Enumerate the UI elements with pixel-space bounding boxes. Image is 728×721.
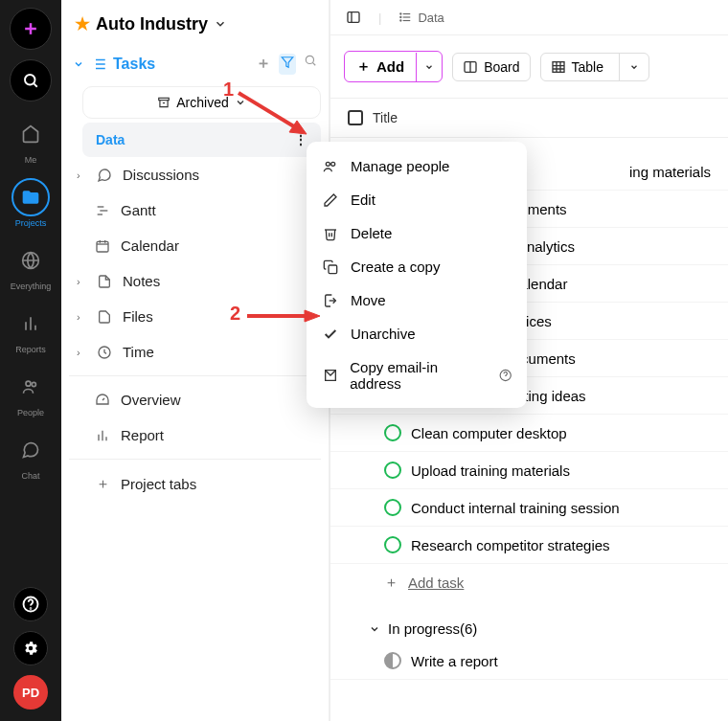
divider — [69, 375, 321, 376]
task-row[interactable]: Write a report — [330, 642, 728, 680]
chevron-right-icon: › — [77, 169, 86, 181]
title-column[interactable]: Title — [373, 110, 398, 125]
svg-marker-18 — [282, 57, 293, 68]
nav-report[interactable]: Report — [69, 417, 321, 453]
nav-calendar[interactable]: Calendar — [69, 228, 321, 263]
task-status-circle[interactable] — [384, 536, 401, 553]
svg-point-40 — [400, 13, 401, 14]
clock-icon — [96, 345, 113, 360]
divider — [69, 459, 321, 460]
bars-icon — [94, 428, 111, 443]
people-icon — [322, 159, 339, 174]
add-button[interactable]: ＋Add — [344, 51, 443, 82]
nav-overview[interactable]: Overview — [69, 382, 321, 417]
table-dropdown[interactable] — [619, 54, 648, 80]
group-in-progress[interactable]: In progress(6) — [330, 601, 728, 642]
menu-create-copy[interactable]: Create a copy — [307, 250, 527, 283]
chevron-right-icon: › — [77, 276, 86, 287]
copy-icon — [322, 259, 339, 275]
table-header: Title — [330, 99, 728, 138]
menu-unarchive[interactable]: Unarchive — [307, 317, 527, 350]
nav-files[interactable]: › Files — [69, 299, 321, 334]
task-status-circle[interactable] — [384, 424, 401, 441]
menu-copy-email[interactable]: Copy email-in address — [307, 350, 527, 400]
svg-point-9 — [32, 382, 35, 386]
panel-toggle-icon[interactable] — [340, 6, 367, 29]
menu-manage-people[interactable]: Manage people — [307, 149, 527, 183]
svg-point-51 — [331, 162, 335, 166]
svg-point-8 — [26, 381, 31, 386]
svg-line-3 — [34, 83, 36, 86]
mail-icon — [322, 368, 338, 383]
check-icon — [322, 327, 339, 342]
board-view-button[interactable]: Board — [452, 53, 530, 81]
task-status-circle[interactable] — [384, 499, 401, 516]
settings-button[interactable] — [13, 631, 48, 665]
data-item[interactable]: Data ⋮ — [82, 123, 321, 157]
rail-reports[interactable]: Reports — [11, 304, 50, 354]
menu-edit[interactable]: Edit — [307, 183, 527, 216]
user-avatar[interactable]: PD — [13, 675, 48, 710]
pencil-icon — [322, 192, 339, 208]
plus-icon: ＋ — [94, 475, 111, 493]
nav-notes[interactable]: › Notes — [69, 263, 321, 299]
project-title[interactable]: ★ Auto Industry — [69, 10, 321, 38]
create-button[interactable] — [10, 8, 52, 50]
help-icon — [499, 369, 512, 382]
chat-icon — [96, 168, 113, 183]
toolbar: ＋Add Board Table — [330, 35, 728, 99]
table-view-button[interactable]: Table — [540, 53, 649, 81]
chevron-down-icon — [235, 97, 246, 108]
rail-everything[interactable]: Everything — [11, 241, 52, 291]
list-icon — [398, 11, 412, 24]
svg-point-50 — [326, 162, 330, 166]
search-button[interactable] — [10, 59, 52, 101]
gauge-icon — [94, 393, 111, 408]
task-row[interactable]: Conduct internal training session — [330, 489, 728, 527]
tasks-section[interactable]: Tasks ＋ — [69, 46, 321, 82]
chevron-down-icon — [369, 623, 380, 635]
nav-project-tabs[interactable]: ＋ Project tabs — [69, 465, 321, 503]
svg-rect-26 — [97, 241, 108, 252]
add-task-icon[interactable]: ＋ — [256, 54, 271, 75]
select-all-checkbox[interactable] — [348, 110, 363, 125]
rail-chat[interactable]: Chat — [11, 431, 50, 481]
star-icon: ★ — [75, 13, 90, 34]
chevron-down-icon — [214, 17, 227, 31]
task-row[interactable]: Upload training materials — [330, 452, 728, 489]
task-row[interactable]: Research competitor strategies — [330, 527, 728, 564]
menu-move[interactable]: Move — [307, 283, 527, 317]
rail-people[interactable]: People — [11, 368, 50, 417]
nav-discussions[interactable]: › Discussions — [69, 157, 321, 192]
archived-chip[interactable]: Archived — [82, 86, 321, 119]
rail-me[interactable]: Me — [11, 115, 50, 165]
board-icon — [463, 59, 478, 75]
task-status-circle[interactable] — [384, 462, 401, 479]
more-icon[interactable]: ⋮ — [294, 132, 307, 147]
chevron-right-icon: › — [77, 347, 86, 358]
plus-icon: ＋ — [356, 57, 371, 76]
menu-delete[interactable]: Delete — [307, 216, 527, 250]
gantt-icon — [94, 203, 111, 218]
files-icon — [96, 309, 113, 325]
task-status-circle[interactable] — [384, 652, 401, 669]
svg-line-31 — [102, 398, 104, 400]
add-dropdown[interactable] — [416, 53, 442, 81]
filter-icon[interactable] — [279, 54, 296, 75]
svg-rect-35 — [348, 12, 359, 23]
task-row[interactable]: Clean computer desktop — [330, 415, 728, 452]
svg-point-19 — [306, 56, 313, 63]
list-icon — [90, 56, 107, 73]
search-icon[interactable] — [304, 54, 317, 75]
notes-icon — [96, 274, 113, 289]
data-tab[interactable]: Data — [393, 7, 449, 29]
add-task-button[interactable]: ＋ Add task — [330, 564, 728, 601]
help-button[interactable] — [13, 587, 48, 621]
nav-gantt[interactable]: Gantt — [69, 192, 321, 228]
nav-time[interactable]: › Time — [69, 334, 321, 370]
svg-point-2 — [25, 75, 35, 85]
calendar-icon — [94, 238, 111, 254]
rail-projects[interactable]: Projects — [11, 178, 50, 228]
svg-point-11 — [31, 608, 32, 609]
context-menu: Manage people Edit Delete Create a copy … — [307, 142, 527, 408]
